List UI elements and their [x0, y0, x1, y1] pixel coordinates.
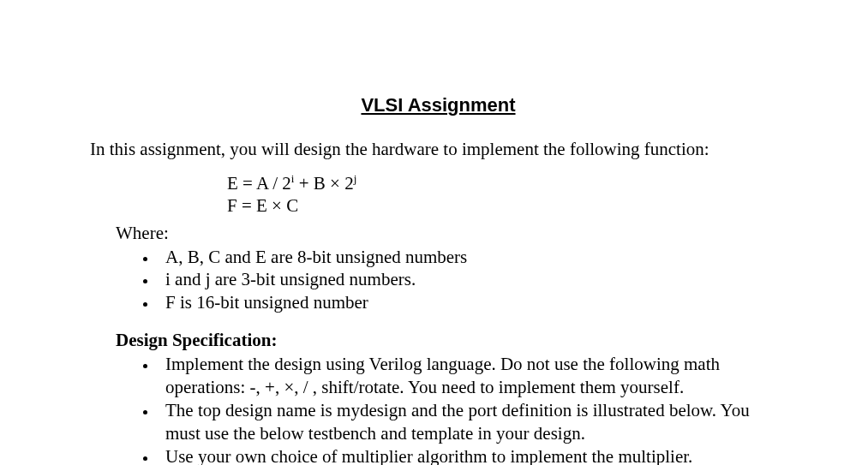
- eq1-exp2: j: [354, 172, 357, 185]
- equation-block: E = A / 2i + B × 2j F = E × C: [227, 172, 787, 218]
- where-list: A, B, C and E are 8-bit unsigned numbers…: [90, 246, 787, 315]
- list-item: F is 16-bit unsigned number: [157, 291, 787, 314]
- page-title: VLSI Assignment: [90, 94, 787, 116]
- list-item: Implement the design using Verilog langu…: [157, 353, 787, 399]
- list-item: Use your own choice of multiplier algori…: [157, 445, 787, 465]
- list-item: i and j are 3-bit unsigned numbers.: [157, 268, 787, 291]
- spec-list: Implement the design using Verilog langu…: [90, 353, 787, 465]
- intro-paragraph: In this assignment, you will design the …: [90, 139, 787, 160]
- equation-line-1: E = A / 2i + B × 2j: [227, 172, 787, 194]
- spec-heading: Design Specification:: [116, 330, 787, 351]
- eq1-mid: + B × 2: [294, 173, 353, 194]
- equation-line-2: F = E × C: [227, 194, 787, 217]
- document-page: VLSI Assignment In this assignment, you …: [0, 0, 868, 465]
- list-item: A, B, C and E are 8-bit unsigned numbers: [157, 246, 787, 269]
- eq1-pre: E = A / 2: [227, 173, 291, 194]
- where-label: Where:: [116, 223, 787, 244]
- list-item: The top design name is mydesign and the …: [157, 399, 787, 445]
